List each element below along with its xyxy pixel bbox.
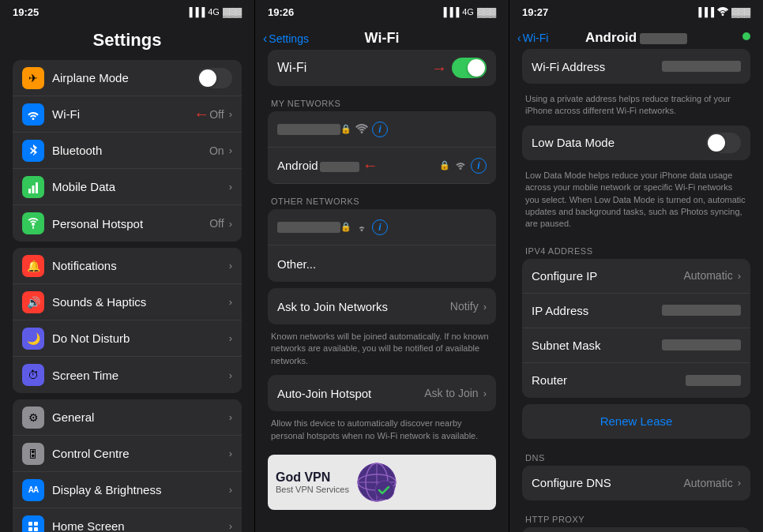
wifi-item[interactable]: Wi-Fi ← Off ›	[13, 96, 242, 133]
configure-dns-label: Configure DNS	[532, 476, 683, 489]
renew-lease-button[interactable]: Renew Lease	[522, 404, 750, 439]
dnd-label: Do Not Disturb	[52, 332, 227, 345]
configure-dns-row[interactable]: Configure DNS Automatic ›	[522, 466, 750, 500]
homescreen-item[interactable]: Home Screen ›	[13, 508, 242, 532]
network-name-blur-1	[277, 124, 340, 135]
wifi-panel: 19:26 ▐▐▐ 4G ▓▓▓ ‹ Settings Wi-Fi Wi-Fi …	[254, 0, 509, 532]
info-btn-android[interactable]: i	[471, 158, 487, 174]
displaybrightness-item[interactable]: AA Display & Brightness ›	[13, 472, 242, 508]
other-network-label: Other...	[277, 257, 487, 271]
bluetooth-value: On	[209, 144, 224, 157]
info-btn-1[interactable]: i	[372, 122, 388, 137]
wifi-panel-red-arrow: →	[431, 59, 447, 77]
displaybrightness-icon: AA	[22, 479, 44, 501]
renew-lease-label: Renew Lease	[600, 414, 673, 428]
controlcentre-item[interactable]: 🎛 Control Centre ›	[13, 436, 242, 472]
wifi-icon	[22, 103, 44, 126]
subnet-mask-label: Subnet Mask	[532, 339, 662, 352]
notifications-label: Notifications	[52, 259, 227, 272]
wifi-signal-other	[355, 221, 368, 234]
detail-back-button[interactable]: ‹ Wi-Fi	[517, 32, 548, 44]
signal-icon-3: ▐▐▐	[696, 7, 714, 17]
ip-address-value	[662, 305, 741, 316]
wifi-main-toggle[interactable]	[452, 58, 487, 78]
wifi-back-chevron: ‹	[263, 32, 267, 46]
mobiledata-item[interactable]: Mobile Data ›	[13, 169, 242, 205]
wifi-title: Wi-Fi	[365, 30, 400, 47]
connectivity-group: ✈ Airplane Mode Wi-Fi ← Off ›	[13, 60, 242, 242]
ask-join-value: Notify	[450, 300, 479, 313]
android-red-arrow: ←	[363, 156, 378, 174]
privacy-note: Using a private address helps reduce tra…	[522, 90, 750, 126]
auto-join-note: Allow this device to automatically disco…	[268, 414, 496, 450]
airplane-mode-item[interactable]: ✈ Airplane Mode	[13, 60, 242, 96]
ask-join-note: Known networks will be joined automatica…	[268, 328, 496, 375]
battery-icon-1: ▓▓▓	[223, 7, 242, 17]
displaybrightness-chevron: ›	[229, 484, 232, 496]
sounds-item[interactable]: 🔊 Sounds & Haptics ›	[13, 284, 242, 320]
svg-point-3	[32, 223, 35, 226]
configure-dns-value: Automatic	[683, 477, 732, 489]
battery-icon-3: ▓▓▓	[731, 7, 750, 17]
detail-scroll[interactable]: Wi-Fi Address Using a private address he…	[509, 49, 763, 532]
low-data-note: Low Data Mode helps reduce your iPhone d…	[522, 167, 750, 238]
configure-ip-row[interactable]: Configure IP Automatic ›	[522, 259, 750, 294]
network-icons-android: 🔒 i	[439, 158, 487, 174]
wifi-scroll[interactable]: Wi-Fi → MY NETWORKS 🔒 i	[255, 50, 509, 532]
settings-scroll[interactable]: ✈ Airplane Mode Wi-Fi ← Off ›	[0, 60, 254, 532]
dnd-item[interactable]: 🌙 Do Not Disturb ›	[13, 320, 242, 357]
ask-join-chevron: ›	[483, 301, 487, 313]
airplane-icon: ✈	[22, 67, 44, 89]
other-network-item[interactable]: 🔒 i	[268, 209, 496, 245]
configure-proxy-row[interactable]: Configure Proxy ↓ Off ›	[522, 527, 750, 532]
notifications-item[interactable]: 🔔 Notifications ›	[13, 248, 242, 284]
carrier-2: 4G	[462, 7, 474, 17]
status-bar-2: 19:26 ▐▐▐ 4G ▓▓▓	[255, 0, 509, 24]
dns-group: Configure DNS Automatic ›	[522, 466, 750, 500]
router-label: Router	[532, 373, 686, 387]
vpn-banner: God VPN Best VPN Services	[268, 455, 496, 510]
wifi-toggle-area: →	[431, 58, 487, 78]
sounds-label: Sounds & Haptics	[52, 295, 227, 309]
status-bar-1: 19:25 ▐▐▐ 4G ▓▓▓	[0, 0, 254, 24]
network-icons-1: 🔒 i	[340, 122, 388, 137]
time-3: 19:27	[522, 6, 548, 18]
screentime-icon: ⏱	[22, 364, 44, 386]
auto-join-row[interactable]: Auto-Join Hotspot Ask to Join ›	[268, 375, 496, 411]
hotspot-item[interactable]: Personal Hotspot Off ›	[13, 205, 242, 242]
auto-join-chevron: ›	[483, 388, 487, 399]
configure-ip-chevron: ›	[738, 270, 741, 282]
bluetooth-item[interactable]: Bluetooth On ›	[13, 133, 242, 169]
status-icons-2: ▐▐▐ 4G ▓▓▓	[441, 7, 496, 17]
bluetooth-chevron: ›	[229, 144, 232, 156]
wifi-main-toggle-row[interactable]: Wi-Fi →	[268, 50, 496, 86]
settings-title: Settings	[13, 30, 242, 51]
wifi-address-label: Wi-Fi Address	[532, 60, 662, 73]
http-proxy-group: Configure Proxy ↓ Off ›	[522, 527, 750, 532]
general-group: ⚙ General › 🎛 Control Centre › AA Displa…	[13, 399, 242, 532]
ipv4-title: IPV4 ADDRESS	[522, 238, 750, 259]
mobiledata-icon	[22, 176, 44, 198]
signal-icon-1: ▐▐▐	[186, 7, 205, 17]
svg-rect-4	[28, 522, 32, 526]
network-item-android[interactable]: Android ← 🔒 i	[268, 148, 496, 184]
wifi-label: Wi-Fi	[52, 107, 189, 121]
network-item-1[interactable]: 🔒 i	[268, 111, 496, 148]
ask-join-row[interactable]: Ask to Join Networks Notify ›	[268, 288, 496, 324]
svg-rect-6	[28, 527, 32, 531]
android-network-label: Android	[277, 159, 359, 172]
airplane-label: Airplane Mode	[52, 71, 197, 84]
other-network-item2[interactable]: Other...	[268, 245, 496, 282]
ask-join-label: Ask to Join Networks	[277, 300, 450, 313]
settings-panel: 19:25 ▐▐▐ 4G ▓▓▓ Settings ✈ Airplane Mod…	[0, 0, 254, 532]
low-data-row[interactable]: Low Data Mode	[522, 126, 750, 160]
wifi-back-button[interactable]: ‹ Settings	[263, 32, 309, 46]
general-item[interactable]: ⚙ General ›	[13, 399, 242, 436]
ip-address-label: IP Address	[532, 304, 662, 317]
time-2: 19:26	[268, 6, 294, 18]
info-btn-other[interactable]: i	[372, 219, 388, 235]
dns-title: DNS	[522, 445, 750, 466]
airplane-toggle[interactable]	[197, 68, 232, 88]
screentime-item[interactable]: ⏱ Screen Time ›	[13, 357, 242, 393]
low-data-toggle[interactable]	[706, 133, 741, 153]
